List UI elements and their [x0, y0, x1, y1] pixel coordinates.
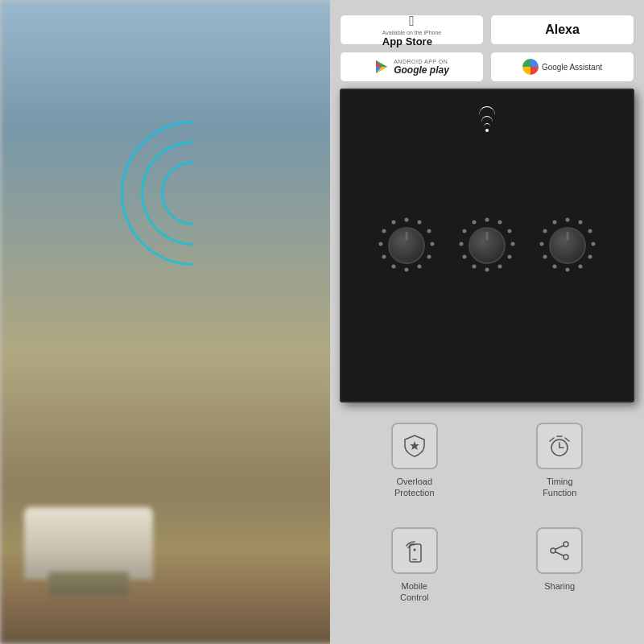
mobile-wifi-icon [402, 538, 427, 564]
svg-point-6 [427, 229, 431, 233]
app-store-badge[interactable]:  Available on the iPhone App Store [340, 14, 484, 45]
badges-container:  Available on the iPhone App Store Alex… [340, 14, 634, 82]
svg-marker-40 [410, 441, 419, 450]
wifi-bar-large [479, 106, 495, 115]
svg-point-31 [592, 242, 596, 246]
svg-point-46 [413, 549, 415, 551]
svg-point-22 [485, 268, 489, 272]
ga-icon [522, 59, 539, 75]
overload-protection-label: OverloadProtection [394, 476, 435, 499]
knob-2-container[interactable] [458, 217, 516, 275]
svg-line-51 [555, 552, 564, 556]
knobs-row [378, 217, 597, 275]
svg-point-27 [473, 221, 477, 225]
knob-3-indicator [567, 232, 569, 240]
knob-3-container[interactable] [539, 217, 597, 275]
feature-mobile-control: MobileControl [348, 527, 481, 620]
svg-point-4 [405, 218, 409, 222]
share-icon [547, 538, 572, 564]
timing-function-label: TimingFunction [543, 476, 576, 499]
knob-1-container[interactable] [378, 217, 436, 275]
svg-point-28 [566, 218, 570, 222]
wifi-bars [479, 106, 495, 127]
right-panel:  Available on the iPhone App Store Alex… [330, 0, 644, 644]
switch-wifi-icon [479, 106, 495, 132]
svg-line-50 [555, 546, 564, 550]
badges-row-1:  Available on the iPhone App Store Alex… [340, 14, 634, 45]
svg-point-11 [392, 265, 396, 269]
knob-2-outer[interactable] [458, 217, 516, 275]
room-sofa [24, 507, 153, 580]
feature-sharing: Sharing [493, 527, 627, 620]
svg-point-47 [564, 542, 568, 547]
svg-point-37 [540, 242, 544, 246]
svg-point-16 [485, 218, 489, 222]
svg-point-30 [588, 229, 592, 233]
svg-point-23 [473, 265, 477, 269]
knob-3-outer[interactable] [539, 217, 597, 275]
knob-1-indicator [406, 232, 408, 240]
timing-icon-box [536, 423, 583, 469]
svg-point-20 [508, 255, 512, 259]
knob-2-inner[interactable] [469, 227, 506, 264]
svg-point-25 [460, 242, 464, 246]
svg-point-49 [564, 555, 568, 559]
app-store-small-text: Available on the iPhone [382, 30, 441, 35]
wifi-bar-medium [481, 116, 493, 122]
svg-point-36 [543, 255, 547, 259]
svg-point-39 [553, 221, 557, 225]
wifi-signal-arcs [105, 105, 282, 282]
svg-point-10 [405, 268, 409, 272]
app-store-main-text: App Store [382, 35, 441, 47]
sharing-icon-box [536, 527, 583, 574]
wifi-dot [485, 129, 489, 132]
google-play-badge[interactable]: ANDROID APP ON Google play [340, 52, 484, 82]
ga-label: Google Assistant [542, 63, 602, 72]
mobile-control-label: MobileControl [400, 580, 428, 604]
overload-icon-box [391, 423, 438, 469]
svg-point-19 [511, 242, 515, 246]
knob-1-inner[interactable] [388, 227, 425, 264]
wifi-arc-outer [91, 91, 296, 296]
svg-point-13 [379, 242, 383, 246]
google-play-small-text: ANDROID APP ON [394, 59, 449, 64]
svg-point-12 [382, 255, 386, 259]
smart-switch-panel [340, 89, 634, 402]
knob-3-inner[interactable] [549, 227, 586, 264]
room-background [0, 0, 334, 644]
svg-point-7 [431, 242, 435, 246]
svg-point-14 [382, 229, 386, 233]
alarm-clock-icon [547, 433, 572, 459]
google-play-main-text: Google play [394, 64, 449, 76]
shield-star-icon [402, 433, 427, 459]
svg-point-24 [463, 255, 467, 259]
mobile-icon-box [391, 527, 438, 574]
features-section: OverloadProtection TimingFunction [340, 415, 634, 628]
alexa-label: Alexa [545, 23, 580, 37]
svg-point-48 [551, 548, 555, 553]
svg-point-35 [553, 265, 557, 269]
knob-1-outer[interactable] [378, 217, 436, 275]
svg-point-9 [418, 265, 422, 269]
svg-point-21 [498, 265, 502, 269]
svg-point-18 [508, 229, 512, 233]
svg-point-8 [427, 255, 431, 259]
google-assistant-badge[interactable]: Google Assistant [490, 52, 634, 82]
svg-point-26 [463, 229, 467, 233]
svg-point-38 [543, 229, 547, 233]
knob-2-indicator [486, 232, 489, 240]
wifi-bar-small [484, 123, 490, 127]
svg-point-5 [418, 221, 422, 225]
svg-point-33 [579, 265, 583, 269]
sharing-label: Sharing [544, 580, 575, 592]
badges-row-2: ANDROID APP ON Google play Google Assist… [340, 52, 634, 82]
google-play-text: ANDROID APP ON Google play [394, 59, 449, 76]
svg-point-29 [579, 221, 583, 225]
svg-point-17 [498, 221, 502, 225]
apple-icon:  [409, 13, 415, 30]
svg-point-34 [566, 268, 570, 272]
svg-point-32 [588, 255, 592, 259]
feature-overload-protection: OverloadProtection [348, 423, 481, 515]
alexa-badge[interactable]: Alexa [490, 14, 634, 45]
gplay-icon [374, 60, 389, 74]
